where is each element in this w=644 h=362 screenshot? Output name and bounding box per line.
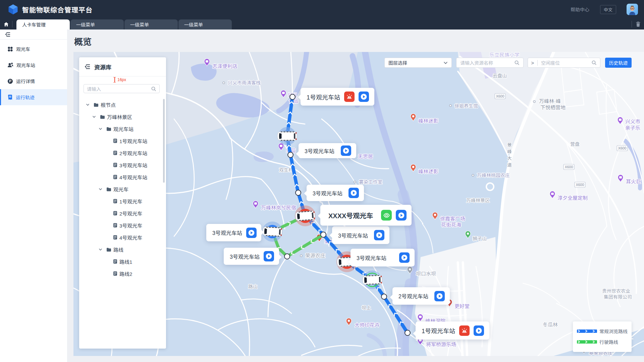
svg-text:贵州世农农业: 贵州世农农业 [602,287,630,294]
svg-text:营盘: 营盘 [570,140,580,147]
svg-text:景: 景 [507,141,512,148]
svg-text:P: P [9,79,11,83]
svg-text:峰林迷影: 峰林迷影 [418,117,438,124]
svg-text:路山: 路山 [248,283,258,290]
svg-text:万峰林景区: 万峰林景区 [466,197,490,203]
svg-text:志泽便利店: 志泽便利店 [212,62,237,69]
svg-text:荣源农庄: 荣源农庄 [305,252,325,259]
svg-text:云盘山: 云盘山 [493,72,507,79]
svg-text:冬瓜林: 冬瓜林 [543,321,558,328]
svg-text:大帅印花卉: 大帅印花卉 [355,321,380,328]
svg-text:雾染工作室: 雾染工作室 [359,178,382,185]
svg-text:亲子乐: 亲子乐 [625,124,640,131]
svg-text:峰林述影: 峰林述影 [418,168,438,175]
svg-text:双生村: 双生村 [279,166,293,173]
svg-text:更好堂: 更好堂 [454,302,470,309]
svg-text:狮子山: 狮子山 [473,235,487,242]
svg-text:淳夕全屋定制: 淳夕全屋定制 [557,194,588,201]
svg-text:万峰林岚兮民宿: 万峰林岚兮民宿 [261,204,296,211]
svg-text:无思居: 无思居 [358,153,373,160]
svg-text:坝上: 坝上 [362,304,371,311]
svg-text:X600: X600 [618,146,627,150]
svg-text:峰: 峰 [507,148,512,155]
svg-text:耳火巨: 耳火巨 [626,178,641,185]
svg-text:花街花海: 花街花海 [441,221,461,228]
svg-text:下悦栖营地: 下悦栖营地 [540,104,566,111]
svg-text:X600: X600 [565,165,573,169]
svg-text:万峰林桃园农庄: 万峰林桃园农庄 [477,172,510,178]
svg-text:道: 道 [507,161,512,168]
svg-text:兴义市: 兴义市 [625,118,640,125]
svg-text:兴义市雨涛客栈: 兴义市雨涛客栈 [228,79,261,86]
svg-text:坝口水坝: 坝口水坝 [416,270,436,277]
svg-text:集团有限公司: 集团有限公司 [604,293,632,300]
svg-text:乐立民族小学: 乐立民族小学 [489,52,520,58]
svg-text:大: 大 [507,155,512,161]
svg-text:徐姐养生馆: 徐姐养生馆 [454,102,478,109]
svg-text:万峰林·峰: 万峰林·峰 [539,97,561,104]
svg-text:X600: X600 [576,183,584,187]
svg-text:X600: X600 [496,94,504,98]
svg-text:将军桥游乐场: 将军桥游乐场 [426,341,456,348]
